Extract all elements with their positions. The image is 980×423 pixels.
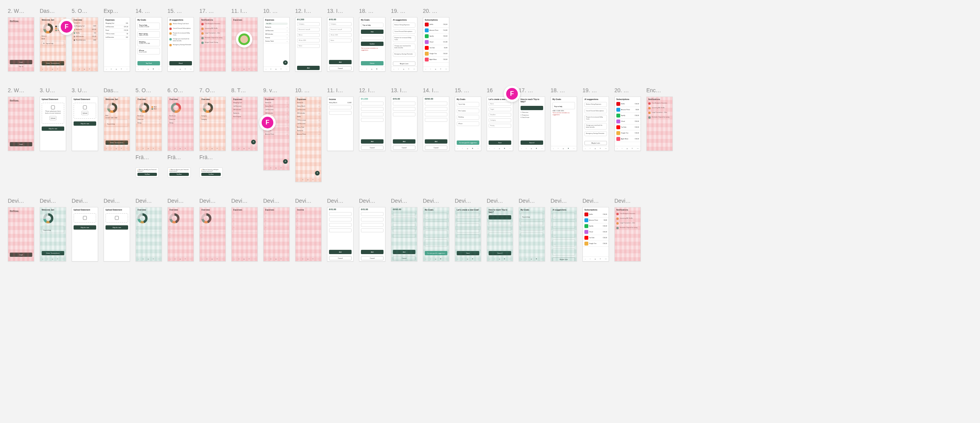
input-field[interactable] (393, 228, 415, 232)
tabbar[interactable]: ⌂≡◉⚑⋯ (455, 256, 481, 261)
frame-label[interactable]: 19. … (391, 8, 417, 15)
input-field[interactable] (361, 212, 384, 216)
tabbar[interactable]: ⌂≡◉⚑⋯ (519, 256, 545, 261)
input-field[interactable] (393, 212, 415, 216)
frame-amount-950[interactable]: €950.00 Add Cancel (423, 97, 449, 151)
frame-overview-2[interactable]: Overview Rent/Loan Groceries Dining ⌂≡◉⚑… (167, 97, 194, 151)
input-field[interactable] (521, 232, 543, 236)
subscription-row[interactable]: Amazon Prime€8,00 (583, 218, 609, 223)
input-field[interactable] (457, 229, 479, 233)
frame-label[interactable]: Devi… (423, 198, 449, 205)
device-frame[interactable]: Upload StatementSkip for now (72, 207, 98, 262)
frame-amount-45[interactable]: €45.00 Category Recurrent / one-off 28.J… (327, 17, 354, 72)
expense-row[interactable]: Amazon Prime… (296, 133, 321, 136)
frame-goal-detail[interactable]: My Goals Trip to Italy Edit Update Tick … (359, 17, 385, 72)
login-button[interactable]: Login (10, 142, 32, 146)
add-fab[interactable]: + (315, 171, 320, 176)
frame-label[interactable]: 2. W… (8, 8, 34, 15)
tabbar[interactable]: ⌂≡◉⚑⋯ (583, 256, 609, 261)
cancel-button[interactable]: Cancel (329, 66, 352, 70)
frame-subscriptions[interactable]: Subscriptions Netflix€10,50Amazon Prime€… (423, 17, 449, 72)
frame-overview-3[interactable]: Overview Category Category ⌂≡◉⚑⋯ (199, 97, 226, 151)
device-frame[interactable]: Let's create a new Goal! Save⌂≡◉⚑⋯ (455, 207, 481, 262)
try-now-button[interactable]: Try Now (137, 173, 157, 176)
frame-expenses-t[interactable]: Expenses Shopping Cart Lidl Groceries DB… (231, 97, 258, 151)
edit-button[interactable]: Edit (361, 30, 384, 34)
device-frame[interactable]: My Goals…………To new goal & suggestion⌂≡◉⚑… (423, 207, 449, 262)
frame-label[interactable]: 18. … (359, 8, 385, 15)
frame-welcome[interactable]: finflow. Login (8, 97, 34, 151)
update-button[interactable]: Update (361, 42, 384, 46)
frame-ai-2[interactable]: AI suggestions Reduce Dining Expenses Ca… (391, 17, 417, 72)
frame-label[interactable]: Devi… (40, 198, 66, 205)
add-fab[interactable]: + (251, 140, 256, 144)
month-pill[interactable]: Feb 2025 (265, 23, 288, 25)
frame-label[interactable]: Devi… (295, 198, 322, 205)
device-frame[interactable]: Overview…………⌂≡◉⚑⋯ (135, 207, 162, 262)
subscription-row[interactable]: Netflix€16,50 (583, 212, 609, 218)
frame-ai-suggestions[interactable]: AI suggestions Reduce Dining Cash back C… (167, 17, 194, 72)
subscription-row[interactable]: Google One€10,50 (615, 130, 640, 136)
input-field[interactable] (457, 223, 479, 227)
input-field[interactable] (489, 227, 511, 231)
frame-expenses-input[interactable]: Expenses Feb 2025 Starbucks… Lidl Grocer… (263, 17, 290, 72)
tabbar[interactable]: ⌂≡◉⚑⋯ (264, 256, 289, 261)
login-button[interactable]: Login (10, 253, 32, 257)
subscription-row[interactable]: Netflix€16,50 (615, 101, 640, 107)
frame-label[interactable]: Devi… (104, 198, 130, 205)
card[interactable]: … (552, 212, 575, 220)
input-field[interactable] (361, 223, 384, 227)
subscription-row[interactable]: iCloud€26,50 (583, 229, 609, 235)
input-field[interactable] (457, 234, 479, 238)
card[interactable]: … (552, 230, 575, 238)
card[interactable]: … (552, 221, 575, 229)
frame-subscriptions-2[interactable]: Subscriptions Netflix€16,50Amazon Prime€… (614, 97, 641, 151)
category-field[interactable]: Category (297, 22, 320, 26)
frame-label[interactable]: Devi… (551, 198, 577, 205)
frame-label[interactable]: Devi… (359, 198, 385, 205)
frame-label[interactable]: Devi… (614, 198, 641, 205)
card[interactable]: Trip to Italy (521, 212, 543, 220)
frame-label[interactable]: 12. I… (295, 8, 322, 15)
input-field[interactable] (393, 223, 415, 227)
skip-button[interactable]: Skip for now (74, 225, 96, 230)
button[interactable] (489, 215, 511, 219)
subscription-row[interactable]: Spotify€10,50 (615, 113, 640, 119)
subscription-row[interactable]: iCloud€22,00 (423, 39, 449, 45)
subscription-row[interactable]: Amazon Prime€8,00 (615, 107, 640, 113)
frame-new-goal[interactable]: Let's create a new Goal! Name Target Dea… (487, 97, 513, 151)
login-button[interactable]: Login (10, 60, 32, 64)
tabbar[interactable]: ⌂≡◉⚑⋯ (487, 256, 513, 261)
cancel-button[interactable]: Cancel (393, 256, 415, 260)
frame-notifications-2[interactable]: Notifications Over Budget in Groceries U… (646, 97, 673, 151)
device-frame[interactable]: Expenses………………⌂≡◉⚑⋯ (231, 207, 258, 262)
frame-ai[interactable]: AI suggestions Reduce Dining Expenses Ca… (582, 97, 609, 151)
upload-dropzone[interactable]: Please upload your latest bank or income… (42, 103, 64, 124)
frame-expenses-long[interactable]: Expenses Starbucks…Salary March…Lidl Gro… (263, 97, 290, 170)
reminder-checkbox[interactable]: Tick to receive reminders as suggestions (359, 47, 385, 51)
expense-row[interactable]: Starbucks… (264, 101, 289, 105)
prompt-chip[interactable]: ● Want to have fun with your financial a… (199, 167, 223, 177)
card[interactable]: … (425, 212, 447, 220)
frame-label[interactable]: Devi… (167, 198, 194, 205)
frame-label[interactable]: Exp… (104, 8, 130, 15)
tabbar[interactable]: ⌂≡◉⚑⋯ (40, 256, 66, 261)
frame-income[interactable]: Income Salary March£4,832 (327, 97, 354, 151)
tabbar[interactable]: ⌂≡◉⚑⋯ (200, 256, 225, 261)
frame-label[interactable]: 10. … (263, 8, 290, 15)
input-field[interactable] (489, 232, 511, 236)
button[interactable]: Save it! (489, 251, 511, 255)
frame-dashboard[interactable]: Welcome Jari Bold €4,540€260€300 Trip to… (104, 97, 130, 151)
frame-label[interactable]: 14. … (135, 8, 162, 15)
device-frame[interactable]: SubscriptionsNetflix€16,50Amazon Prime€8… (582, 207, 609, 262)
frame-label[interactable]: Devi… (135, 198, 162, 205)
frame-label[interactable]: Devi… (582, 198, 609, 205)
frame-label[interactable]: Devi… (72, 198, 98, 205)
frame-label[interactable]: Devi… (8, 198, 34, 205)
notes-field[interactable]: Notes (297, 44, 320, 48)
prompt-chip[interactable]: ● Want to discuss your financial assessm… (167, 167, 191, 177)
frame-label[interactable]: Devi… (487, 198, 513, 205)
device-frame[interactable]: €950.00 AddCancel (391, 207, 417, 262)
tabbar[interactable]: ⌂≡◉⚑⋯ (136, 256, 162, 261)
card[interactable]: … (552, 239, 575, 247)
